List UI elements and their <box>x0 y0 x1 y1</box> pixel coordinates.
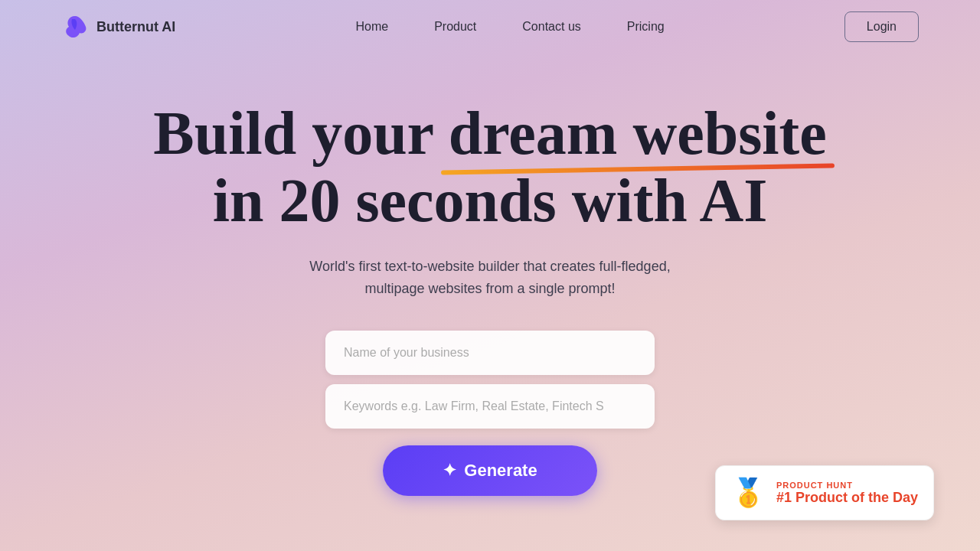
nav-home[interactable]: Home <box>355 20 388 34</box>
product-hunt-badge[interactable]: 🥇 PRODUCT HUNT #1 Product of the Day <box>715 465 934 520</box>
generate-button[interactable]: ✦ Generate <box>383 445 597 496</box>
input-section: ✦ Generate <box>325 331 655 496</box>
nav-pricing[interactable]: Pricing <box>627 20 665 34</box>
medal-icon: 🥇 <box>731 477 766 509</box>
hero-title-line2: in 20 seconds with AI <box>213 167 768 234</box>
hero-subtitle: World's first text-to-website builder th… <box>299 256 681 300</box>
hero-section: Build your dream website in 20 seconds w… <box>0 54 980 496</box>
login-button[interactable]: Login <box>844 11 919 42</box>
sparkle-icon: ✦ <box>443 461 456 481</box>
nav-links: Home Product Contact us Pricing <box>355 20 664 34</box>
nav-contact[interactable]: Contact us <box>522 20 580 34</box>
ph-title: #1 Product of the Day <box>776 490 918 506</box>
hero-title: Build your dream website in 20 seconds w… <box>153 99 826 234</box>
hero-title-underline: dream website <box>449 99 827 167</box>
navbar: Butternut AI Home Product Contact us Pri… <box>0 0 980 54</box>
logo: Butternut AI <box>61 13 175 41</box>
logo-text: Butternut AI <box>96 19 175 35</box>
generate-label: Generate <box>464 461 537 481</box>
ph-label: PRODUCT HUNT <box>776 481 918 490</box>
keywords-input[interactable] <box>325 384 655 429</box>
nav-product[interactable]: Product <box>434 20 476 34</box>
business-name-input[interactable] <box>325 331 655 375</box>
ph-text: PRODUCT HUNT #1 Product of the Day <box>776 481 918 506</box>
logo-icon <box>61 13 89 41</box>
